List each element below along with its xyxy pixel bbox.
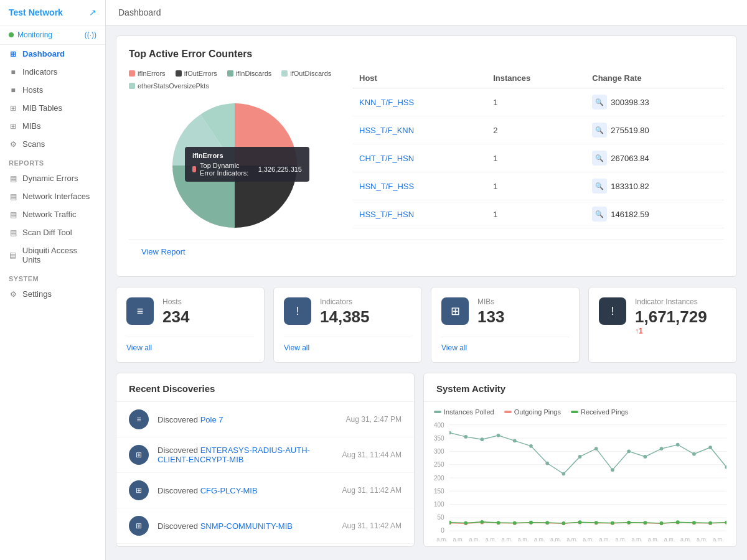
error-counters-card: Top Active Error Counters ifInErrorsifOu… — [116, 35, 737, 277]
svg-point-57 — [643, 521, 647, 525]
host-cell: KNN_T/F_HSS — [353, 88, 487, 116]
sidebar-item-scan-diff-tool[interactable]: ▤Scan Diff Tool — [0, 223, 105, 241]
discovery-link[interactable]: ENTERASYS-RADIUS-AUTH-CLIENT-ENCRYPT-MIB — [157, 446, 310, 464]
nav-icon-indicators: ■ — [9, 68, 17, 77]
host-link[interactable]: HSS_T/F_KNN — [359, 126, 414, 135]
stat-icon-indicator-instances: ! — [599, 297, 626, 325]
report-label-network-interfaces: Network Interfaces — [22, 192, 90, 201]
activity-legend-dot — [504, 411, 512, 413]
discovery-icon: ⊞ — [129, 516, 149, 536]
svg-point-46 — [464, 521, 467, 525]
svg-point-17 — [578, 455, 581, 459]
discovery-time: Aug 31, 2:47 PM — [346, 415, 402, 424]
legend-label: ifOutDiscards — [290, 70, 331, 77]
search-icon[interactable]: 🔍 — [592, 179, 607, 194]
report-label-network-traffic: Network Traffic — [22, 210, 76, 219]
stat-value-mibs: 133 — [477, 307, 569, 327]
discovery-time: Aug 31, 11:44 AM — [342, 450, 402, 459]
nav-label-mib-tables: MIB Tables — [22, 103, 62, 113]
nav-icon-scans: ⚙ — [9, 140, 17, 149]
external-link-icon[interactable]: ↗ — [89, 7, 96, 17]
host-link[interactable]: CHT_T/F_HSN — [359, 154, 414, 163]
report-icon-ubiquiti-access-units: ▤ — [9, 251, 17, 259]
discovery-link[interactable]: CFG-PLCY-MIB — [200, 486, 258, 495]
activity-legend-label: Received Pings — [581, 408, 628, 416]
view-report-link[interactable]: View Report — [141, 247, 186, 256]
nav-icon-dashboard: ⊞ — [9, 50, 17, 58]
activity-card: System Activity Instances PolledOutgoing… — [423, 373, 737, 547]
sidebar-item-ubiquiti-access-units[interactable]: ▤Ubiquiti Access Units — [0, 241, 105, 269]
x-axis-label: a.m. — [664, 536, 675, 543]
stat-value-indicators: 14,385 — [320, 307, 411, 327]
monitoring-row[interactable]: Monitoring ((·)) — [0, 26, 105, 45]
search-icon[interactable]: 🔍 — [592, 95, 607, 110]
sidebar-item-network-traffic[interactable]: ▤Network Traffic — [0, 205, 105, 223]
svg-point-58 — [659, 521, 663, 525]
discovery-link[interactable]: SNMP-COMMUNITY-MIB — [200, 521, 293, 531]
instances-cell: 1 — [487, 200, 586, 228]
table-row: CHT_T/F_HSN 1 🔍 267063.84 — [353, 144, 724, 172]
view-all-hosts[interactable]: View all — [126, 337, 254, 352]
x-axis-label: a.m. — [680, 536, 692, 543]
svg-point-55 — [611, 521, 614, 525]
chart-area: ifInErrorsifOutErrorsifInDiscardsifOutDi… — [129, 70, 341, 234]
sidebar-item-network-interfaces[interactable]: ▤Network Interfaces — [0, 187, 105, 205]
discovery-link[interactable]: Pole 7 — [200, 415, 223, 424]
table-row: HSN_T/F_HSS 1 🔍 183310.82 — [353, 172, 724, 200]
discovery-icon: ≡ — [129, 409, 149, 429]
stat-card-top: ! Indicator Instances 1,671,729↑1 — [599, 297, 726, 335]
sidebar-item-dashboard[interactable]: ⊞Dashboard — [0, 45, 105, 63]
legend-dot — [129, 83, 135, 89]
sidebar-item-settings[interactable]: ⚙Settings — [0, 285, 105, 303]
col-change-rate: Change Rate — [586, 70, 724, 88]
discovery-text: Discovered ENTERASYS-RADIUS-AUTH-CLIENT-… — [157, 446, 334, 464]
instances-cell: 1 — [487, 172, 586, 200]
sidebar-item-indicators[interactable]: ■Indicators — [0, 63, 105, 81]
change-arrow: ↑1 — [635, 327, 643, 335]
svg-point-21 — [643, 455, 647, 459]
legend-dot — [281, 70, 288, 77]
x-axis-label: a.m. — [632, 536, 643, 543]
search-icon[interactable]: 🔍 — [592, 207, 607, 222]
sidebar-item-dynamic-errors[interactable]: ▤Dynamic Errors — [0, 169, 105, 187]
report-icon-network-traffic: ▤ — [9, 210, 17, 219]
discovery-icon: ⊞ — [129, 480, 149, 500]
sidebar-item-hosts[interactable]: ■Hosts — [0, 81, 105, 99]
nav-icon-mibs: ⊞ — [9, 122, 17, 131]
sidebar-item-scans[interactable]: ⚙Scans — [0, 135, 105, 153]
sidebar-header: Test Network ↗ — [0, 0, 105, 26]
view-report-bar: View Report — [129, 239, 724, 264]
host-link[interactable]: KNN_T/F_HSS — [359, 98, 414, 107]
change-rate-cell: 🔍 146182.59 — [592, 207, 718, 222]
stat-label-mibs: MIBs — [477, 297, 569, 306]
y-label-50: 50 — [434, 514, 444, 521]
host-link[interactable]: HSS_T/F_HSN — [359, 210, 414, 219]
nav-label-scans: Scans — [22, 139, 45, 149]
svg-point-13 — [513, 439, 517, 442]
y-label-250: 250 — [434, 461, 444, 468]
x-axis-label: a.m. — [518, 536, 529, 543]
stat-card-top: ≡ Hosts 234 — [126, 297, 254, 327]
x-axis-label: a.m. — [713, 536, 724, 543]
discovery-text: Discovered CFG-PLCY-MIB — [157, 486, 334, 495]
x-axis-label: a.m. — [502, 536, 513, 543]
report-items: ▤Dynamic Errors▤Network Interfaces▤Netwo… — [0, 169, 105, 269]
search-icon[interactable]: 🔍 — [592, 151, 607, 166]
x-axis-label: a.m. — [583, 536, 594, 543]
sidebar-item-mibs[interactable]: ⊞MIBs — [0, 117, 105, 135]
rate-value: 146182.59 — [611, 210, 649, 219]
page-title: Dashboard — [118, 7, 161, 17]
x-axis-label: a.m. — [566, 536, 578, 543]
svg-point-60 — [692, 521, 696, 525]
page-header: Dashboard — [106, 0, 747, 26]
activity-legend-item: Outgoing Pings — [504, 408, 561, 416]
view-all-indicators[interactable]: View all — [284, 337, 411, 352]
error-table-body: KNN_T/F_HSS 1 🔍 300398.33 HSS_T/F_KNN 2 … — [353, 88, 724, 228]
search-icon[interactable]: 🔍 — [592, 123, 607, 138]
stat-card-indicator-instances: ! Indicator Instances 1,671,729↑1 — [588, 287, 737, 363]
x-axis-label: a.m. — [486, 536, 497, 543]
host-link[interactable]: HSN_T/F_HSS — [359, 182, 414, 191]
view-all-mibs[interactable]: View all — [441, 337, 569, 352]
sidebar-item-mib-tables[interactable]: ⊞MIB Tables — [0, 99, 105, 117]
report-icon-scan-diff-tool: ▤ — [9, 228, 17, 237]
